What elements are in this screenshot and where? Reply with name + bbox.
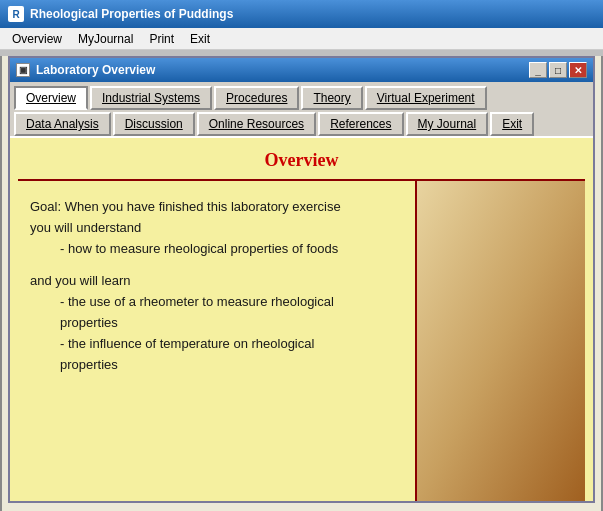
tab-data-analysis[interactable]: Data Analysis: [14, 112, 111, 136]
learn-bullet-1: - the use of a rheometer to measure rheo…: [60, 294, 334, 309]
goal-line-1: Goal: When you have finished this labora…: [30, 199, 341, 214]
content-body: Goal: When you have finished this labora…: [18, 179, 585, 501]
tab-my-journal[interactable]: My Journal: [406, 112, 489, 136]
menu-myjournal[interactable]: MyJournal: [70, 30, 141, 48]
tab-exit[interactable]: Exit: [490, 112, 534, 136]
nav-area: Overview Industrial Systems Procedures T…: [10, 82, 593, 136]
learn-section: and you will learn - the use of a rheome…: [30, 271, 403, 375]
nav-row-2: Data Analysis Discussion Online Resource…: [14, 112, 589, 136]
app-icon: R: [8, 6, 24, 22]
inner-window-icon: ▣: [16, 63, 30, 77]
content-right-image: [415, 181, 585, 501]
inner-window-title: Laboratory Overview: [36, 63, 529, 77]
goal-bullet-1: - how to measure rheological properties …: [60, 241, 338, 256]
content-title: Overview: [10, 138, 593, 179]
minimize-button[interactable]: _: [529, 62, 547, 78]
menu-overview[interactable]: Overview: [4, 30, 70, 48]
tab-procedures[interactable]: Procedures: [214, 86, 299, 110]
nav-row-1: Overview Industrial Systems Procedures T…: [14, 86, 589, 110]
content-area: Overview Goal: When you have finished th…: [10, 138, 593, 501]
learn-bullet-2b: properties: [60, 357, 118, 372]
app-title: Rheological Properties of Puddings: [30, 7, 595, 21]
goal-line-2: you will understand: [30, 220, 141, 235]
content-left: Goal: When you have finished this labora…: [18, 181, 415, 501]
tab-industrial-systems[interactable]: Industrial Systems: [90, 86, 212, 110]
window-controls: _ □ ✕: [529, 62, 587, 78]
learn-line: and you will learn: [30, 273, 130, 288]
menu-exit[interactable]: Exit: [182, 30, 218, 48]
menu-print[interactable]: Print: [141, 30, 182, 48]
title-bar: R Rheological Properties of Puddings: [0, 0, 603, 28]
inner-window: ▣ Laboratory Overview _ □ ✕ Overview Ind…: [8, 56, 595, 503]
tab-overview[interactable]: Overview: [14, 86, 88, 110]
goal-section: Goal: When you have finished this labora…: [30, 197, 403, 259]
maximize-button[interactable]: □: [549, 62, 567, 78]
tab-references[interactable]: References: [318, 112, 403, 136]
inner-title-bar: ▣ Laboratory Overview _ □ ✕: [10, 58, 593, 82]
close-button[interactable]: ✕: [569, 62, 587, 78]
menu-bar: Overview MyJournal Print Exit: [0, 28, 603, 50]
tab-discussion[interactable]: Discussion: [113, 112, 195, 136]
learn-bullet-1b: properties: [60, 315, 118, 330]
tab-online-resources[interactable]: Online Resources: [197, 112, 316, 136]
tab-virtual-experiment[interactable]: Virtual Experiment: [365, 86, 487, 110]
learn-bullet-2: - the influence of temperature on rheolo…: [60, 336, 314, 351]
tab-theory[interactable]: Theory: [301, 86, 362, 110]
outer-window: ▣ Laboratory Overview _ □ ✕ Overview Ind…: [0, 56, 603, 511]
